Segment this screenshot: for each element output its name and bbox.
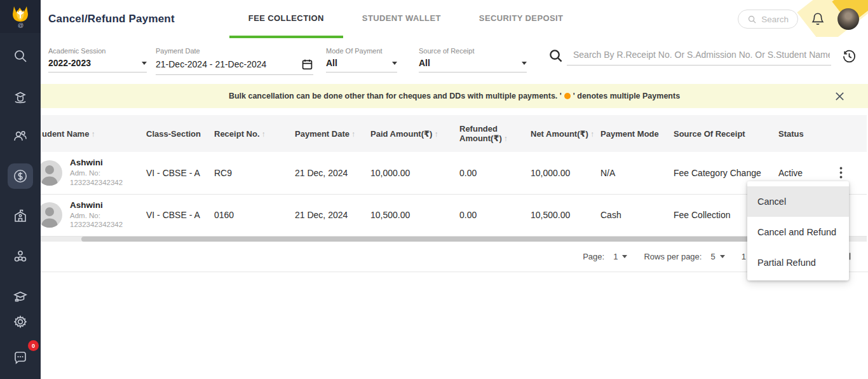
page-select[interactable]: 1 xyxy=(613,252,627,261)
paid-amount-cell: 10,000.00 xyxy=(369,152,458,194)
global-search-input[interactable]: Search xyxy=(738,10,798,29)
class-section-cell: VI - CBSE - A xyxy=(145,152,213,194)
sort-icon[interactable]: ↑ xyxy=(262,130,266,139)
history-clock-icon[interactable] xyxy=(841,48,857,64)
table-row: Ashwini Adm. No: 1232342342342 VI - CBSE… xyxy=(41,194,867,236)
user-avatar[interactable] xyxy=(837,8,859,30)
chevron-down-icon xyxy=(522,62,527,65)
col-paid-amount[interactable]: Paid Amount(₹)↑ xyxy=(369,115,458,152)
search-icon xyxy=(548,48,563,63)
horizontal-scrollbar[interactable] xyxy=(41,237,867,242)
calendar-icon[interactable] xyxy=(301,58,313,71)
app-logo[interactable]: @ xyxy=(0,0,41,33)
receipt-search-input[interactable] xyxy=(567,47,831,65)
menu-item-cancel-and-refund[interactable]: Cancel and Refund xyxy=(747,217,849,247)
source-of-receipt-label: Source of Receipt xyxy=(419,47,527,55)
tab-student-wallet[interactable]: STUDENT WALLET xyxy=(343,0,460,38)
source-of-receipt-select[interactable]: Source of Receipt All xyxy=(419,47,527,72)
receipt-no-cell: 0160 xyxy=(213,194,294,236)
sidebar-people-icon[interactable] xyxy=(8,123,33,149)
student-avatar xyxy=(41,160,62,186)
payment-date-picker[interactable]: Payment Date 21-Dec-2024 - 21-Dec-2024 xyxy=(156,47,313,75)
mode-of-payment-label: Mode Of Payment xyxy=(326,47,397,55)
menu-item-cancel[interactable]: Cancel xyxy=(747,186,849,217)
student-name: Ashwini xyxy=(70,200,123,211)
sort-icon[interactable]: ↑ xyxy=(434,130,438,139)
banner-close-icon[interactable] xyxy=(834,91,845,102)
main-content: Cancel/Refund Payment FEE COLLECTION STU… xyxy=(41,0,868,379)
chevron-down-icon xyxy=(622,255,627,258)
receipt-no-cell: RC9 xyxy=(213,152,294,194)
receipt-search xyxy=(548,47,857,65)
rows-per-page-label: Rows per page: xyxy=(644,252,702,261)
tab-security-deposit[interactable]: SECURITY DEPOSIT xyxy=(460,0,583,38)
rows-per-page-select[interactable]: 5 xyxy=(710,252,724,261)
adm-no-label: Adm. No: xyxy=(70,169,123,178)
sidebar-school-icon[interactable] xyxy=(8,203,33,229)
row-actions-kebab-icon[interactable] xyxy=(836,164,846,181)
col-net-amount[interactable]: Net Amount(₹)↑ xyxy=(529,115,599,152)
col-payment-date[interactable]: Payment Date↑ xyxy=(294,115,369,152)
topbar: Cancel/Refund Payment FEE COLLECTION STU… xyxy=(41,0,868,38)
col-source-of-receipt: Source Of Receipt xyxy=(672,115,777,152)
menu-item-partial-refund[interactable]: Partial Refund xyxy=(747,247,849,278)
refunded-amount-cell: 0.00 xyxy=(458,194,529,236)
academic-session-select[interactable]: Academic Session 2022-2023 xyxy=(48,47,147,72)
notification-bell-icon[interactable] xyxy=(811,11,825,27)
mode-of-payment-select[interactable]: Mode Of Payment All xyxy=(326,47,397,72)
filter-bar: Academic Session 2022-2023 Payment Date … xyxy=(41,38,868,83)
sidebar-search-icon[interactable] xyxy=(8,43,33,69)
global-search-placeholder: Search xyxy=(761,15,789,24)
banner-text: Bulk cancellation can be done other than… xyxy=(229,92,680,100)
sort-icon[interactable]: ↑ xyxy=(504,134,508,143)
page-label: Page: xyxy=(583,252,604,261)
svg-text:@: @ xyxy=(18,22,24,29)
class-section-cell: VI - CBSE - A xyxy=(145,194,213,236)
pagination-bar: Page: 1 Rows per page: 5 1 - 2 of 2 xyxy=(41,242,868,272)
col-class-section: Class-Section xyxy=(145,115,213,152)
info-banner: Bulk cancellation can be done other than… xyxy=(41,84,868,108)
adm-no-label: Adm. No: xyxy=(70,211,123,221)
sidebar-bottom: 0 xyxy=(8,309,33,379)
multiple-payment-dot-icon xyxy=(564,93,571,99)
sidebar-nav xyxy=(8,43,33,309)
sidebar-student-icon[interactable] xyxy=(8,83,33,109)
sort-icon[interactable]: ↑ xyxy=(351,130,355,139)
payment-date-value: 21-Dec-2024 - 21-Dec-2024 xyxy=(156,59,266,69)
chevron-down-icon xyxy=(392,62,397,65)
student-cell: Ashwini Adm. No: 1232342342342 xyxy=(41,158,140,188)
sidebar-community-icon[interactable] xyxy=(8,244,33,269)
sidebar-fees-icon[interactable] xyxy=(8,163,33,189)
source-of-receipt-value: All xyxy=(419,58,430,68)
settings-gear-icon[interactable] xyxy=(8,309,33,334)
student-cell: Ashwini Adm. No: 1232342342342 xyxy=(41,200,140,230)
col-receipt-no[interactable]: Receipt No.↑ xyxy=(213,115,294,152)
topbar-right: Search xyxy=(738,8,859,30)
adm-no-value: 1232342342342 xyxy=(70,220,123,230)
tab-fee-collection[interactable]: FEE COLLECTION xyxy=(229,0,343,38)
academic-session-value: 2022-2023 xyxy=(48,58,91,68)
net-amount-cell: 10,000.00 xyxy=(529,152,599,194)
col-refunded-amount[interactable]: Refunded Amount(₹)↑ xyxy=(458,115,529,152)
scrollbar-thumb[interactable] xyxy=(81,237,792,242)
app: @ xyxy=(0,0,868,379)
col-actions xyxy=(834,115,867,152)
chat-badge: 0 xyxy=(28,340,39,351)
paid-amount-cell: 10,500.00 xyxy=(369,194,458,236)
col-student-name[interactable]: udent Name↑ xyxy=(41,115,145,152)
student-avatar xyxy=(41,202,62,228)
student-name: Ashwini xyxy=(70,158,123,169)
chevron-down-icon xyxy=(720,255,725,258)
mode-of-payment-value: All xyxy=(326,58,337,68)
refunded-amount-cell: 0.00 xyxy=(458,152,529,194)
sort-icon[interactable]: ↑ xyxy=(91,130,95,139)
chat-bubble-wrap: 0 xyxy=(8,345,33,370)
sort-icon[interactable]: ↑ xyxy=(590,130,594,139)
payment-mode-cell: Cash xyxy=(599,194,672,236)
sidebar-courses-icon[interactable] xyxy=(8,284,33,309)
table-row: Ashwini Adm. No: 1232342342342 VI - CBSE… xyxy=(41,152,867,194)
net-amount-cell: 10,500.00 xyxy=(529,194,599,236)
tulip-logo-icon: @ xyxy=(10,4,31,29)
chevron-down-icon xyxy=(142,62,147,65)
payments-table: udent Name↑ Class-Section Receipt No.↑ P… xyxy=(41,115,867,237)
